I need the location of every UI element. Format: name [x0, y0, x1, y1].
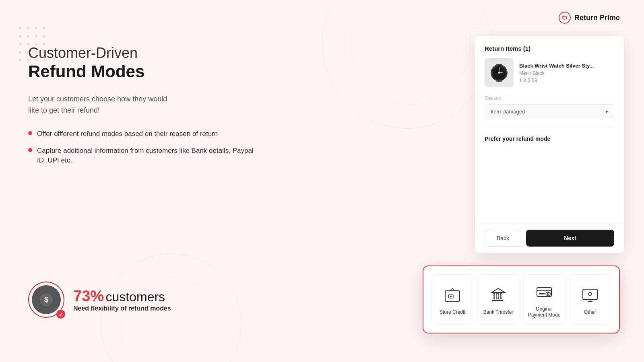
hero-title: Refund Modes: [28, 62, 254, 82]
svg-text:$: $: [44, 296, 48, 304]
reason-value: Item Damaged: [491, 109, 525, 115]
svg-rect-51: [497, 293, 498, 299]
reason-label: Reason: [485, 95, 614, 101]
svg-point-5: [27, 35, 29, 37]
product-variant: Men / Black: [519, 70, 614, 76]
svg-rect-56: [539, 293, 545, 294]
bank-transfer-label: Bank Transfer: [483, 309, 514, 316]
return-items-title: Return Items (1): [485, 45, 614, 52]
svg-point-2: [35, 27, 37, 29]
product-row: Black Wrist Watch Silver Sty... Men / Bl…: [485, 58, 614, 87]
refund-modes-card: Store Credit Bank Transfer: [423, 265, 620, 333]
svg-point-4: [19, 35, 21, 37]
bank-transfer-icon: [489, 285, 508, 304]
original-payment-icon: [535, 282, 554, 301]
chevron-down-icon: ▾: [605, 109, 608, 115]
main-card: Return Items (1) Black W: [475, 36, 624, 253]
other-icon: [580, 285, 600, 304]
stats-section: $ ↙ 73% customers Need flexibility of re…: [28, 282, 171, 318]
stats-customers-label: customers: [106, 290, 165, 304]
bullet-dot-1: [28, 131, 32, 135]
svg-point-0: [19, 27, 21, 29]
watch-svg: [487, 61, 511, 85]
dollar-icon: $: [39, 292, 54, 307]
svg-point-63: [588, 292, 592, 296]
bullet-item-2: Capture additional information from cust…: [28, 146, 254, 165]
reason-select[interactable]: Item Damaged ▾: [485, 104, 614, 119]
svg-point-45: [498, 72, 500, 74]
card-footer: Back Next: [475, 223, 624, 253]
svg-rect-52: [500, 293, 502, 299]
bullet-dot-2: [28, 148, 32, 152]
svg-rect-53: [492, 300, 503, 301]
svg-rect-50: [493, 293, 495, 299]
stats-subtitle: Need flexibility of refund modes: [73, 305, 171, 312]
svg-point-48: [450, 296, 452, 297]
svg-point-8: [19, 43, 21, 45]
svg-point-6: [35, 35, 37, 37]
product-image: [485, 58, 514, 87]
store-credit-icon: [443, 285, 462, 304]
stats-text: 73% customers Need flexibility of refund…: [73, 288, 171, 312]
hero-subtitle: Customer-Driven: [28, 44, 254, 62]
mode-original-payment[interactable]: Original Payment Mode: [523, 274, 565, 325]
svg-point-36: [559, 12, 570, 23]
svg-rect-46: [445, 291, 460, 301]
header: Return Prime: [558, 11, 620, 24]
original-payment-label: Original Payment Mode: [528, 306, 561, 319]
svg-point-7: [43, 35, 45, 37]
other-label: Other: [584, 309, 596, 316]
svg-point-1: [27, 27, 29, 29]
svg-point-3: [43, 27, 45, 29]
mode-bank-transfer[interactable]: Bank Transfer: [477, 274, 519, 325]
svg-rect-59: [583, 289, 597, 300]
refund-mode-title: Prefer your refund mode: [485, 136, 614, 142]
product-info: Black Wrist Watch Silver Sty... Men / Bl…: [519, 63, 614, 83]
return-items-section: Return Items (1) Black W: [475, 36, 624, 128]
next-button[interactable]: Next: [526, 230, 614, 247]
product-price: 1 X $ 99: [519, 78, 614, 83]
bullet-item-1: Offer different refund modes based on th…: [28, 129, 254, 139]
svg-marker-49: [492, 288, 505, 292]
refund-section: Prefer your refund mode: [475, 128, 624, 148]
left-content: Customer-Driven Refund Modes Let your cu…: [28, 44, 254, 197]
hero-description: Let your customers choose how they would…: [28, 93, 254, 117]
logo-icon: [558, 11, 571, 24]
logo-text: Return Prime: [574, 14, 620, 22]
back-button[interactable]: Back: [485, 230, 521, 247]
product-name: Black Wrist Watch Silver Sty...: [519, 63, 614, 69]
mode-other[interactable]: Other: [569, 274, 611, 325]
right-content: Return Items (1) Black W: [475, 36, 624, 253]
bullet-list: Offer different refund modes based on th…: [28, 129, 254, 165]
store-credit-label: Store Credit: [440, 309, 465, 316]
stats-percent: 73%: [73, 288, 104, 304]
svg-point-16: [19, 60, 21, 62]
mode-store-credit[interactable]: Store Credit: [431, 274, 473, 325]
stats-headline: 73% customers: [73, 288, 171, 305]
stats-circle-inner: $: [32, 285, 61, 314]
modes-grid: Store Credit Bank Transfer: [431, 274, 611, 325]
arrow-icon: ↙: [56, 310, 65, 319]
svg-point-12: [19, 51, 21, 53]
stats-circle: $ ↙: [28, 282, 64, 318]
